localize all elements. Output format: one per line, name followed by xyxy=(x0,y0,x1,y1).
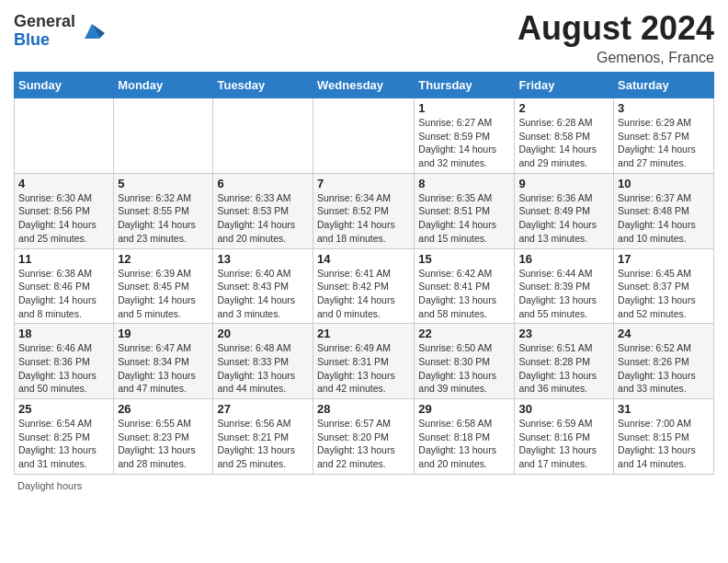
calendar-title: August 2024 xyxy=(518,9,714,48)
day-of-week-header: Friday xyxy=(515,73,614,98)
calendar-day-cell xyxy=(213,98,313,174)
calendar-day-cell: 14Sunrise: 6:41 AM Sunset: 8:42 PM Dayli… xyxy=(313,248,415,324)
day-number: 29 xyxy=(418,402,510,416)
calendar-week-row: 18Sunrise: 6:46 AM Sunset: 8:36 PM Dayli… xyxy=(15,324,714,399)
calendar-day-cell: 17Sunrise: 6:45 AM Sunset: 8:37 PM Dayli… xyxy=(614,248,714,324)
day-info: Sunrise: 6:41 AM Sunset: 8:42 PM Dayligh… xyxy=(317,267,410,321)
calendar-day-cell: 20Sunrise: 6:48 AM Sunset: 8:33 PM Dayli… xyxy=(213,324,313,399)
day-number: 6 xyxy=(217,177,309,190)
day-number: 31 xyxy=(618,402,710,416)
calendar-day-cell: 4Sunrise: 6:30 AM Sunset: 8:56 PM Daylig… xyxy=(15,173,114,248)
logo: General Blue xyxy=(14,13,105,50)
calendar-footer: Daylight hours xyxy=(14,480,714,491)
day-number: 16 xyxy=(518,252,609,266)
day-info: Sunrise: 6:27 AM Sunset: 8:59 PM Dayligh… xyxy=(418,116,510,170)
calendar-day-cell: 13Sunrise: 6:40 AM Sunset: 8:43 PM Dayli… xyxy=(213,248,313,324)
logo-general-text: General xyxy=(14,13,75,31)
day-number: 7 xyxy=(317,177,410,190)
calendar-day-cell: 29Sunrise: 6:58 AM Sunset: 8:18 PM Dayli… xyxy=(415,399,515,475)
calendar-day-cell: 7Sunrise: 6:34 AM Sunset: 8:52 PM Daylig… xyxy=(313,173,415,248)
day-number: 9 xyxy=(518,177,609,190)
day-of-week-header: Wednesday xyxy=(313,73,415,98)
day-of-week-header: Tuesday xyxy=(213,73,313,98)
calendar-day-cell: 12Sunrise: 6:39 AM Sunset: 8:45 PM Dayli… xyxy=(114,248,213,324)
day-number: 22 xyxy=(418,327,510,340)
day-info: Sunrise: 6:36 AM Sunset: 8:49 PM Dayligh… xyxy=(518,191,609,246)
day-number: 11 xyxy=(18,252,109,266)
day-info: Sunrise: 6:33 AM Sunset: 8:53 PM Dayligh… xyxy=(217,191,309,246)
page-header: General Blue August 2024 Gemenos, France xyxy=(14,9,714,66)
day-info: Sunrise: 6:50 AM Sunset: 8:30 PM Dayligh… xyxy=(418,341,510,396)
day-info: Sunrise: 6:34 AM Sunset: 8:52 PM Dayligh… xyxy=(317,191,410,246)
day-number: 27 xyxy=(217,402,309,416)
calendar-week-row: 25Sunrise: 6:54 AM Sunset: 8:25 PM Dayli… xyxy=(15,399,714,475)
day-info: Sunrise: 6:44 AM Sunset: 8:39 PM Dayligh… xyxy=(518,267,609,321)
day-number: 20 xyxy=(217,327,309,340)
day-info: Sunrise: 7:00 AM Sunset: 8:15 PM Dayligh… xyxy=(618,417,710,471)
calendar-day-cell: 25Sunrise: 6:54 AM Sunset: 8:25 PM Dayli… xyxy=(15,399,114,475)
calendar-table: SundayMondayTuesdayWednesdayThursdayFrid… xyxy=(14,72,714,475)
day-info: Sunrise: 6:56 AM Sunset: 8:21 PM Dayligh… xyxy=(217,417,309,471)
day-info: Sunrise: 6:37 AM Sunset: 8:48 PM Dayligh… xyxy=(618,191,710,246)
day-number: 2 xyxy=(518,101,609,115)
day-info: Sunrise: 6:35 AM Sunset: 8:51 PM Dayligh… xyxy=(418,191,510,246)
day-info: Sunrise: 6:48 AM Sunset: 8:33 PM Dayligh… xyxy=(217,341,309,396)
day-info: Sunrise: 6:51 AM Sunset: 8:28 PM Dayligh… xyxy=(518,341,609,396)
day-info: Sunrise: 6:30 AM Sunset: 8:56 PM Dayligh… xyxy=(18,191,109,246)
calendar-day-cell: 18Sunrise: 6:46 AM Sunset: 8:36 PM Dayli… xyxy=(15,324,114,399)
day-number: 8 xyxy=(418,177,510,190)
day-info: Sunrise: 6:45 AM Sunset: 8:37 PM Dayligh… xyxy=(618,267,710,321)
day-number: 4 xyxy=(18,177,109,190)
calendar-week-row: 11Sunrise: 6:38 AM Sunset: 8:46 PM Dayli… xyxy=(15,248,714,324)
day-number: 23 xyxy=(518,327,609,340)
day-number: 1 xyxy=(418,101,510,115)
calendar-week-row: 4Sunrise: 6:30 AM Sunset: 8:56 PM Daylig… xyxy=(15,173,714,248)
day-number: 13 xyxy=(217,252,309,266)
calendar-day-cell xyxy=(313,98,415,174)
day-number: 25 xyxy=(18,402,109,416)
calendar-day-cell: 24Sunrise: 6:52 AM Sunset: 8:26 PM Dayli… xyxy=(614,324,714,399)
calendar-day-cell: 28Sunrise: 6:57 AM Sunset: 8:20 PM Dayli… xyxy=(313,399,415,475)
calendar-day-cell: 30Sunrise: 6:59 AM Sunset: 8:16 PM Dayli… xyxy=(515,399,614,475)
day-info: Sunrise: 6:32 AM Sunset: 8:55 PM Dayligh… xyxy=(118,191,209,246)
calendar-day-cell: 16Sunrise: 6:44 AM Sunset: 8:39 PM Dayli… xyxy=(515,248,614,324)
day-info: Sunrise: 6:57 AM Sunset: 8:20 PM Dayligh… xyxy=(317,417,410,471)
calendar-day-cell: 15Sunrise: 6:42 AM Sunset: 8:41 PM Dayli… xyxy=(415,248,515,324)
day-info: Sunrise: 6:28 AM Sunset: 8:58 PM Dayligh… xyxy=(518,116,609,170)
calendar-day-cell: 3Sunrise: 6:29 AM Sunset: 8:57 PM Daylig… xyxy=(614,98,714,174)
day-info: Sunrise: 6:38 AM Sunset: 8:46 PM Dayligh… xyxy=(18,267,109,321)
day-number: 21 xyxy=(317,327,410,340)
day-info: Sunrise: 6:47 AM Sunset: 8:34 PM Dayligh… xyxy=(118,341,209,396)
calendar-day-cell: 31Sunrise: 7:00 AM Sunset: 8:15 PM Dayli… xyxy=(614,399,714,475)
calendar-day-cell: 5Sunrise: 6:32 AM Sunset: 8:55 PM Daylig… xyxy=(114,173,213,248)
calendar-day-cell: 9Sunrise: 6:36 AM Sunset: 8:49 PM Daylig… xyxy=(515,173,614,248)
calendar-location: Gemenos, France xyxy=(518,50,714,66)
day-info: Sunrise: 6:29 AM Sunset: 8:57 PM Dayligh… xyxy=(618,116,710,170)
calendar-day-cell: 11Sunrise: 6:38 AM Sunset: 8:46 PM Dayli… xyxy=(15,248,114,324)
calendar-day-cell xyxy=(114,98,213,174)
calendar-day-cell: 2Sunrise: 6:28 AM Sunset: 8:58 PM Daylig… xyxy=(515,98,614,174)
calendar-day-cell: 26Sunrise: 6:55 AM Sunset: 8:23 PM Dayli… xyxy=(114,399,213,475)
day-info: Sunrise: 6:52 AM Sunset: 8:26 PM Dayligh… xyxy=(618,341,710,396)
calendar-day-cell: 21Sunrise: 6:49 AM Sunset: 8:31 PM Dayli… xyxy=(313,324,415,399)
day-info: Sunrise: 6:59 AM Sunset: 8:16 PM Dayligh… xyxy=(518,417,609,471)
title-block: August 2024 Gemenos, France xyxy=(518,9,714,66)
day-info: Sunrise: 6:40 AM Sunset: 8:43 PM Dayligh… xyxy=(217,267,309,321)
calendar-week-row: 1Sunrise: 6:27 AM Sunset: 8:59 PM Daylig… xyxy=(15,98,714,174)
day-number: 12 xyxy=(118,252,209,266)
day-of-week-header: Sunday xyxy=(15,73,114,98)
day-number: 26 xyxy=(118,402,209,416)
day-info: Sunrise: 6:39 AM Sunset: 8:45 PM Dayligh… xyxy=(118,267,209,321)
calendar-day-cell: 27Sunrise: 6:56 AM Sunset: 8:21 PM Dayli… xyxy=(213,399,313,475)
day-of-week-header: Saturday xyxy=(614,73,714,98)
day-number: 18 xyxy=(18,327,109,340)
day-number: 17 xyxy=(618,252,710,266)
day-number: 19 xyxy=(118,327,209,340)
calendar-day-cell: 22Sunrise: 6:50 AM Sunset: 8:30 PM Dayli… xyxy=(415,324,515,399)
day-number: 10 xyxy=(618,177,710,190)
day-number: 14 xyxy=(317,252,410,266)
calendar-day-cell: 6Sunrise: 6:33 AM Sunset: 8:53 PM Daylig… xyxy=(213,173,313,248)
day-info: Sunrise: 6:55 AM Sunset: 8:23 PM Dayligh… xyxy=(118,417,209,471)
day-info: Sunrise: 6:46 AM Sunset: 8:36 PM Dayligh… xyxy=(18,341,109,396)
day-of-week-header: Monday xyxy=(114,73,213,98)
